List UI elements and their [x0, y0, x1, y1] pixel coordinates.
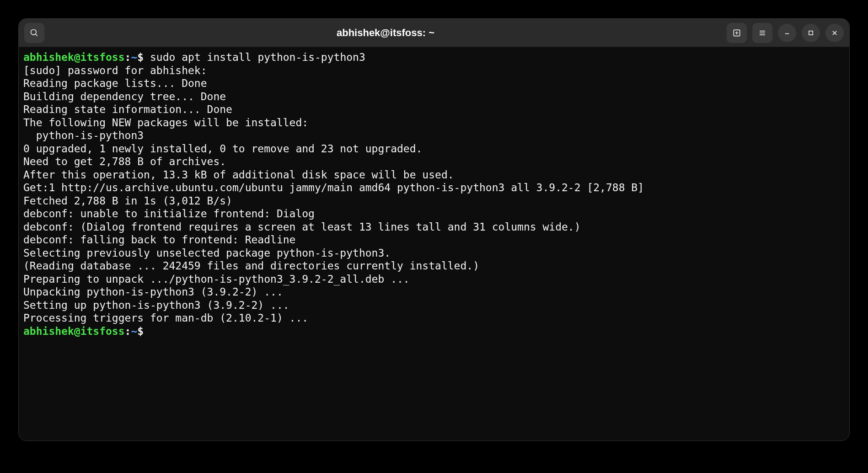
terminal-body[interactable]: abhishek@itsfoss:~$ sudo apt install pyt… — [19, 47, 849, 441]
prompt-line: abhishek@itsfoss:~$ sudo apt install pyt… — [23, 51, 845, 64]
output-line: python-is-python3 — [23, 129, 845, 142]
output-line: Building dependency tree... Done — [23, 90, 845, 103]
new-tab-button[interactable] — [727, 23, 747, 43]
close-icon — [830, 28, 839, 38]
output-line: Selecting previously unselected package … — [23, 247, 845, 260]
prompt-sep1: : — [125, 325, 131, 337]
prompt-sep2: $ — [137, 325, 150, 337]
output-line: Processing triggers for man-db (2.10.2-1… — [23, 312, 845, 325]
output-line: Unpacking python-is-python3 (3.9.2-2) ..… — [23, 285, 845, 299]
output-line: Get:1 http://us.archive.ubuntu.com/ubunt… — [23, 181, 845, 194]
command-text: sudo apt install python-is-python3 — [150, 51, 365, 63]
output-line: Need to get 2,788 B of archives. — [23, 155, 845, 168]
output-line: 0 upgraded, 1 newly installed, 0 to remo… — [23, 142, 845, 156]
svg-point-0 — [31, 29, 37, 35]
window-title: abhishek@itsfoss: ~ — [44, 27, 727, 39]
output-line: The following NEW packages will be insta… — [23, 116, 845, 129]
prompt-sep2: $ — [137, 51, 150, 63]
output-line: Reading state information... Done — [23, 103, 845, 116]
prompt-path: ~ — [131, 325, 137, 337]
output-line: [sudo] password for abhishek: — [23, 64, 845, 77]
output-line: Fetched 2,788 B in 1s (3,012 B/s) — [23, 194, 845, 208]
output-line: debconf: (Dialog frontend requires a scr… — [23, 220, 845, 234]
menu-button[interactable] — [752, 23, 772, 43]
prompt-sep1: : — [125, 51, 131, 63]
output-line: After this operation, 13.3 kB of additio… — [23, 168, 845, 182]
maximize-icon — [806, 28, 815, 38]
search-button[interactable] — [24, 23, 44, 43]
hamburger-icon — [758, 28, 767, 38]
minimize-button[interactable] — [778, 24, 796, 42]
output-line: Setting up python-is-python3 (3.9.2-2) .… — [23, 299, 845, 312]
output-line: debconf: falling back to frontend: Readl… — [23, 233, 845, 247]
maximize-button[interactable] — [802, 24, 820, 42]
output-line: debconf: unable to initialize frontend: … — [23, 207, 845, 220]
titlebar: abhishek@itsfoss: ~ — [19, 19, 849, 47]
terminal-window: abhishek@itsfoss: ~ abhishek@itsfoss:~$ … — [18, 18, 850, 441]
svg-rect-9 — [809, 31, 813, 34]
prompt-user-host: abhishek@itsfoss — [23, 325, 125, 337]
output-line: Preparing to unpack .../python-is-python… — [23, 273, 845, 286]
prompt-line-2: abhishek@itsfoss:~$ — [23, 325, 845, 338]
prompt-user-host: abhishek@itsfoss — [23, 51, 125, 63]
minimize-icon — [782, 28, 792, 38]
output-line: (Reading database ... 242459 files and d… — [23, 259, 845, 273]
new-tab-icon — [732, 28, 741, 38]
svg-line-1 — [36, 34, 38, 36]
output-line: Reading package lists... Done — [23, 77, 845, 90]
close-button[interactable] — [825, 24, 844, 42]
search-icon — [30, 28, 39, 38]
prompt-path: ~ — [131, 51, 137, 63]
